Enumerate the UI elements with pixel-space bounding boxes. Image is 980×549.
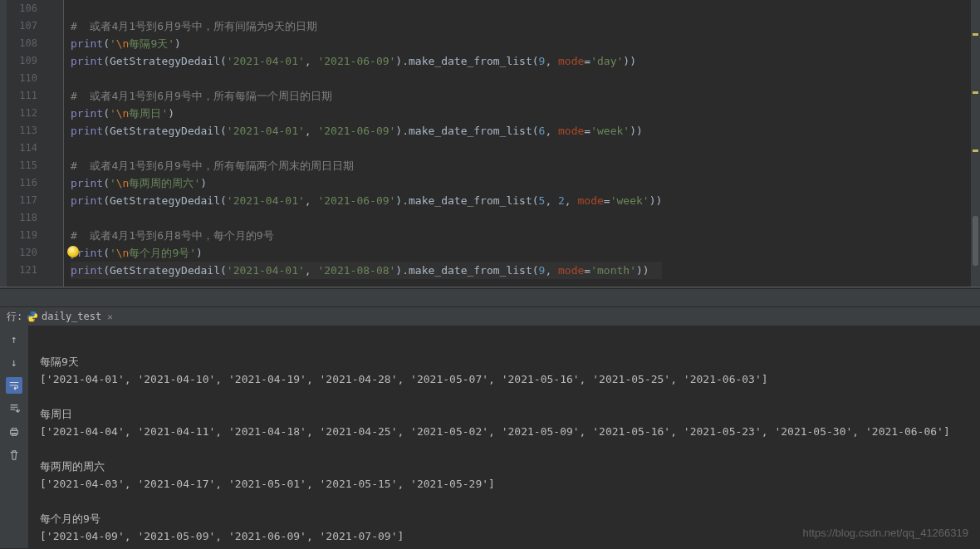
line-number[interactable]: 113 [7,122,37,140]
code-line[interactable]: print('\n每个月的9号') [71,244,662,262]
code-token: mode [558,55,584,67]
code-token: # 或者4月1号到6月8号中，每个月的9号 [71,229,274,242]
code-token: # 或者4月1号到6月9号中，所有每隔一个周日的日期 [71,90,332,102]
line-number[interactable]: 120 [7,244,37,262]
code-editor[interactable]: # 或者4月1号到6月9号中，所有间隔为9天的日期print('\n每隔9天')… [64,0,662,287]
code-line[interactable]: # 或者4月1号到6月9号中，所有每隔一个周日的日期 [71,87,662,105]
line-number[interactable]: 108 [7,35,37,52]
code-token: (GetStrategyDedail( [103,55,227,67]
code-line[interactable]: print(GetStrategyDedail('2021-04-01', '2… [71,192,662,209]
line-number[interactable]: 114 [7,140,37,157]
code-token: \n [116,177,130,189]
code-token: '2021-04-01' [227,194,305,207]
line-number[interactable]: 111 [7,87,37,105]
code-token: = [604,194,610,207]
code-token: )) [623,55,636,67]
code-line[interactable] [71,70,662,87]
code-line[interactable] [71,209,662,227]
code-line[interactable]: print('\n每隔9天') [71,35,662,52]
code-token: ' [110,177,116,189]
code-token: 'week' [590,125,630,137]
code-token: ).make_date_from_list( [395,264,538,277]
code-token: , [545,55,558,67]
line-number[interactable]: 116 [7,174,37,192]
code-token: \n [116,37,130,50]
watermark-text: https://blog.csdn.net/qq_41266319 [803,527,969,539]
code-token: ' [110,247,116,259]
console-output[interactable]: 每隔9天 ['2021-04-01', '2021-04-10', '2021-… [28,326,950,548]
code-token: )) [630,125,643,137]
code-token: , [305,125,318,137]
line-number[interactable]: 112 [7,105,37,122]
soft-wrap-icon[interactable] [6,377,22,394]
code-token: ( [103,247,110,259]
code-token: print [71,264,103,277]
arrow-up-icon[interactable]: ↑ [6,331,22,347]
console-pane: ↑ ↓ 每隔9天 ['2021-04-01', '2021-04-10', '2… [0,326,980,548]
code-token: = [584,125,590,137]
code-token: , [545,264,558,277]
warning-marker[interactable] [973,33,978,36]
code-line[interactable]: print('\n每周日') [71,105,662,122]
code-token: print [71,107,103,120]
intention-bulb-icon[interactable] [67,246,79,257]
code-token: ) [174,37,181,50]
code-line[interactable]: print(GetStrategyDedail('2021-04-01', '2… [71,262,662,279]
trash-icon[interactable] [6,447,22,463]
code-token: (GetStrategyDedail( [103,194,227,207]
code-line[interactable] [71,0,662,17]
code-line[interactable]: print(GetStrategyDedail('2021-04-01', '2… [71,122,662,140]
code-token: 每隔9天' [129,37,174,50]
line-number[interactable]: 118 [7,209,37,227]
code-token: ( [103,37,110,50]
code-token: 'week' [610,194,649,207]
code-line[interactable]: # 或者4月1号到6月9号中，所有每隔两个周末的周日日期 [71,157,662,174]
scrollbar-thumb[interactable] [973,216,978,266]
svg-rect-1 [12,429,16,431]
code-token: , [545,194,558,207]
code-token: 每个月的9号' [129,247,196,259]
line-number[interactable]: 117 [7,192,37,209]
console-toolbar: ↑ ↓ [0,326,28,548]
code-token: '2021-06-09' [317,55,395,67]
close-icon[interactable]: ✕ [105,311,113,322]
code-token: mode [578,194,604,207]
code-token: (GetStrategyDedail( [103,125,227,137]
code-token: '2021-04-01' [227,55,305,67]
arrow-down-icon[interactable]: ↓ [6,354,22,370]
line-number[interactable]: 119 [7,227,37,244]
code-token: ) [196,247,203,259]
code-token: '2021-08-08' [317,264,395,277]
code-line[interactable]: print(GetStrategyDedail('2021-04-01', '2… [71,52,662,70]
editor-left-edge [0,0,7,287]
line-number[interactable]: 106 [7,0,37,17]
line-number[interactable]: 107 [7,17,37,35]
code-token: ).make_date_from_list( [395,194,538,207]
code-token: 每两周的周六' [129,177,200,189]
code-token: # 或者4月1号到6月9号中，所有每隔两个周末的周日日期 [71,159,354,172]
code-token: , [305,264,318,277]
code-token: 每周日' [129,107,168,120]
line-number[interactable]: 109 [7,52,37,70]
code-line[interactable]: print('\n每两周的周六') [71,174,662,192]
line-number[interactable]: 115 [7,157,37,174]
line-number-gutter[interactable]: 1061071081091101111121131141151161171181… [7,0,44,287]
warning-marker[interactable] [973,91,978,94]
code-token: mode [558,264,584,277]
code-line[interactable]: # 或者4月1号到6月8号中，每个月的9号 [71,227,662,244]
scroll-to-end-icon[interactable] [6,400,22,417]
line-number[interactable]: 110 [7,70,37,87]
code-token: '2021-06-09' [317,194,395,207]
code-token: # 或者4月1号到6月9号中，所有间隔为9天的日期 [71,20,317,32]
code-token: '2021-04-01' [227,264,305,277]
run-tool-label: 行: [0,310,22,324]
warning-marker[interactable] [973,150,978,152]
run-config-name: daily_test [42,311,101,322]
code-line[interactable]: # 或者4月1号到6月9号中，所有间隔为9天的日期 [71,17,662,35]
fold-strip[interactable] [44,0,64,287]
code-line[interactable] [71,140,662,157]
editor-scrollbar[interactable] [971,0,980,287]
line-number[interactable]: 121 [7,262,37,279]
print-icon[interactable] [6,424,22,440]
run-config-tab[interactable]: daily_test ✕ [22,307,118,326]
